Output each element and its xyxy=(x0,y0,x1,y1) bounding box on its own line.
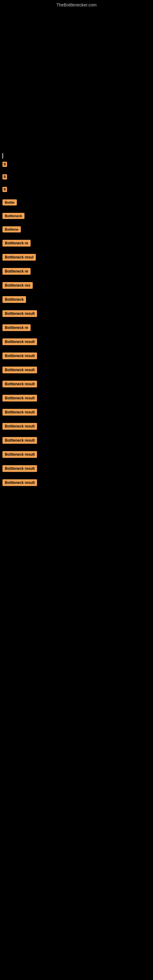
list-item[interactable]: Bottleneck result xyxy=(0,420,153,434)
bottleneck-items-container: BBBBottleBottleneckBottleneBottleneck re… xyxy=(0,156,153,490)
bottleneck-result-badge[interactable]: Bottleneck result xyxy=(2,381,37,387)
list-item[interactable]: Bottleneck result xyxy=(0,307,153,321)
bottleneck-result-badge[interactable]: Bottleneck result xyxy=(2,437,37,444)
list-item[interactable]: Bottleneck result xyxy=(0,350,153,364)
list-item[interactable]: Bottleneck result xyxy=(0,434,153,448)
bottleneck-result-badge[interactable]: Bottlene xyxy=(2,226,21,232)
bottleneck-result-badge[interactable]: Bottleneck result xyxy=(2,395,37,401)
list-item[interactable]: B xyxy=(0,159,153,171)
bottleneck-result-badge[interactable]: Bottleneck result xyxy=(2,339,37,345)
list-item[interactable]: Bottleneck result xyxy=(0,392,153,406)
bottleneck-result-badge[interactable]: Bottleneck result xyxy=(2,409,37,415)
bottleneck-result-badge[interactable]: Bottleneck xyxy=(2,296,26,303)
bottleneck-result-badge[interactable]: B xyxy=(2,174,7,180)
list-item[interactable]: Bottlene xyxy=(0,223,153,237)
list-item[interactable]: Bottleneck resul xyxy=(0,251,153,265)
bottleneck-result-badge[interactable]: Bottleneck xyxy=(2,213,24,219)
list-item[interactable]: Bottleneck res xyxy=(0,279,153,293)
bottleneck-result-badge[interactable]: B xyxy=(2,162,7,167)
list-item[interactable]: Bottleneck xyxy=(0,210,153,223)
list-item[interactable]: Bottleneck re xyxy=(0,265,153,279)
bottleneck-result-badge[interactable]: Bottleneck re xyxy=(2,240,30,247)
list-item[interactable]: Bottleneck result xyxy=(0,364,153,378)
list-item[interactable]: Bottleneck result xyxy=(0,476,153,490)
bottleneck-result-badge[interactable]: Bottleneck res xyxy=(2,282,33,289)
list-item[interactable]: Bottleneck result xyxy=(0,462,153,476)
bottleneck-result-badge[interactable]: Bottleneck result xyxy=(2,479,37,486)
bottleneck-result-badge[interactable]: Bottleneck result xyxy=(2,465,37,472)
bottleneck-result-badge[interactable]: Bottleneck re xyxy=(2,324,30,331)
cursor-indicator xyxy=(2,153,3,159)
bottleneck-result-badge[interactable]: Bottle xyxy=(2,199,17,205)
site-title: TheBottlenecker.com xyxy=(0,0,153,9)
list-item[interactable]: B xyxy=(0,184,153,196)
bottleneck-result-badge[interactable]: Bottleneck result xyxy=(2,353,37,359)
bottleneck-result-badge[interactable]: Bottleneck resul xyxy=(2,254,36,261)
list-item[interactable]: B xyxy=(0,171,153,184)
bottleneck-result-badge[interactable]: Bottleneck result xyxy=(2,310,37,317)
list-item[interactable]: Bottleneck xyxy=(0,293,153,307)
top-black-area xyxy=(0,9,153,156)
bottleneck-result-badge[interactable]: Bottleneck result xyxy=(2,367,37,373)
list-item[interactable]: Bottle xyxy=(0,196,153,210)
list-item[interactable]: Bottleneck result xyxy=(0,378,153,392)
list-item[interactable]: Bottleneck result xyxy=(0,406,153,420)
bottleneck-result-badge[interactable]: Bottleneck re xyxy=(2,268,30,275)
list-item[interactable]: Bottleneck result xyxy=(0,448,153,462)
bottleneck-result-badge[interactable]: B xyxy=(2,187,7,192)
list-item[interactable]: Bottleneck re xyxy=(0,321,153,335)
list-item[interactable]: Bottleneck result xyxy=(0,335,153,350)
bottleneck-result-badge[interactable]: Bottleneck result xyxy=(2,423,37,430)
list-item[interactable]: Bottleneck re xyxy=(0,237,153,251)
bottleneck-result-badge[interactable]: Bottleneck result xyxy=(2,451,37,458)
